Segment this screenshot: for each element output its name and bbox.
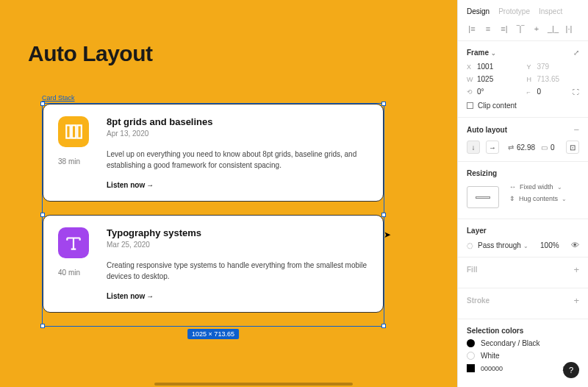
card-description: Creating responsive type systems to hand…: [107, 260, 368, 282]
tab-inspect[interactable]: Inspect: [539, 7, 562, 15]
resize-handle-mr[interactable]: [381, 213, 386, 217]
align-vcenter-icon[interactable]: +: [531, 24, 542, 33]
dimensions-badge: 1025 × 713.65: [187, 329, 239, 339]
fill-section: Fill +: [458, 257, 588, 288]
card-date: Apr 13, 2020: [107, 129, 368, 138]
design-canvas[interactable]: Auto Layout Card Stack 38 min 8pt grids …: [0, 0, 457, 387]
auto-layout-section: Auto layout − ↓ → ⇄62.98 ▭0 ⊡: [458, 117, 588, 161]
columns-icon: [64, 122, 83, 141]
arrow-h-icon: ↔: [509, 183, 516, 191]
alignment-settings-button[interactable]: ⊡: [566, 141, 579, 154]
w-label: W: [467, 76, 474, 83]
hug-v-icon: ⇕: [509, 195, 515, 202]
tab-prototype[interactable]: Prototype: [498, 7, 530, 15]
radius-input[interactable]: 0: [537, 88, 542, 96]
spacing-input[interactable]: 62.98: [517, 143, 535, 152]
y-input[interactable]: 379: [537, 63, 550, 71]
horizontal-resizing-select[interactable]: ↔Fixed width⌄: [509, 183, 567, 191]
resize-handle-tl[interactable]: [40, 102, 45, 106]
visibility-toggle-icon[interactable]: 👁: [571, 241, 579, 249]
distribute-icon[interactable]: |·|: [564, 24, 574, 33]
direction-horizontal-button[interactable]: →: [486, 141, 499, 154]
w-input[interactable]: 1025: [477, 75, 493, 83]
frame-section-title[interactable]: Frame ⌄: [467, 49, 496, 57]
svg-rect-0: [66, 125, 70, 138]
h-input[interactable]: 713.65: [537, 75, 560, 83]
arrow-right-icon: →: [146, 292, 154, 300]
stroke-title: Stroke: [467, 297, 490, 305]
x-input[interactable]: 1001: [477, 63, 493, 71]
padding-icon: ▭: [541, 143, 548, 152]
independent-corners-icon[interactable]: ⛶: [573, 88, 579, 96]
checkbox-icon: [467, 102, 473, 109]
spacing-icon: ⇄: [508, 143, 514, 152]
listen-link[interactable]: Listen now→: [107, 292, 368, 300]
auto-layout-title: Auto layout: [467, 126, 507, 134]
card[interactable]: 40 min Typography systems Mar 25, 2020 C…: [43, 215, 384, 313]
arrow-right-icon: →: [146, 181, 154, 189]
card-duration: 40 min: [58, 269, 80, 277]
y-label: Y: [527, 63, 534, 71]
selected-frame[interactable]: 38 min 8pt grids and baselines Apr 13, 2…: [42, 103, 384, 327]
help-button[interactable]: ?: [563, 362, 579, 378]
color-hex: 000000: [481, 365, 503, 372]
color-swatch-white: [467, 352, 475, 360]
resize-handle-ml[interactable]: [40, 213, 45, 217]
resize-handle-tr[interactable]: [381, 102, 386, 106]
align-left-icon[interactable]: |≡: [467, 24, 477, 33]
resize-handle-bl[interactable]: [40, 324, 45, 328]
chevron-down-icon: ⌄: [523, 243, 528, 249]
resizing-section: Resizing ↔Fixed width⌄ ⇕Hug contents⌄: [458, 161, 588, 219]
color-name: Secondary / Black: [481, 339, 540, 347]
frame-section: Frame ⌄ ⤢ X1001 Y379 W1025 H713.65 ⟲0° ⌐…: [458, 40, 588, 117]
card-thumb: [58, 227, 89, 258]
opacity-input[interactable]: 100%: [540, 241, 559, 249]
add-fill-button[interactable]: +: [573, 265, 579, 274]
card[interactable]: 38 min 8pt grids and baselines Apr 13, 2…: [43, 104, 384, 202]
fit-frame-icon[interactable]: ⤢: [573, 49, 579, 57]
direction-vertical-button[interactable]: ↓: [467, 141, 480, 154]
frame-label[interactable]: Card Stack: [42, 94, 75, 102]
x-label: X: [467, 63, 474, 71]
vertical-resizing-select[interactable]: ⇕Hug contents⌄: [509, 195, 567, 202]
selection-color-hex-row[interactable]: 000000 100%: [467, 364, 579, 372]
color-name: White: [481, 352, 500, 360]
align-bottom-icon[interactable]: _|_: [548, 24, 558, 33]
align-hcenter-icon[interactable]: ≡: [483, 24, 493, 33]
selection-color-row[interactable]: Secondary / Black: [467, 339, 579, 347]
resize-handle-br[interactable]: [381, 324, 386, 328]
clip-content-label: Clip content: [478, 102, 517, 110]
clip-content-toggle[interactable]: Clip content: [467, 102, 579, 110]
chevron-down-icon: ⌄: [562, 196, 567, 202]
card-duration: 38 min: [58, 157, 80, 166]
card-title: 8pt grids and baselines: [107, 116, 368, 127]
layer-section: Layer ◌ Pass through ⌄ 100% 👁: [458, 219, 588, 257]
rotation-label: ⟲: [467, 88, 474, 96]
blend-mode-select[interactable]: Pass through ⌄: [478, 241, 528, 249]
rotation-input[interactable]: 0°: [477, 88, 484, 96]
selection-color-row[interactable]: White: [467, 352, 579, 360]
card-thumb: [58, 116, 89, 147]
horizontal-scrollbar[interactable]: [154, 383, 353, 386]
color-swatch-square: [467, 364, 475, 372]
properties-panel: Design Prototype Inspect |≡ ≡ ≡| ‾|‾ + _…: [457, 0, 588, 387]
panel-tabs: Design Prototype Inspect: [458, 0, 588, 21]
resizing-title: Resizing: [467, 169, 579, 177]
blend-icon: ◌: [467, 241, 473, 249]
listen-link[interactable]: Listen now→: [107, 181, 368, 189]
card-date: Mar 25, 2020: [107, 241, 368, 249]
layer-title: Layer: [467, 227, 579, 235]
tab-design[interactable]: Design: [467, 7, 490, 15]
chevron-down-icon: ⌄: [491, 50, 496, 57]
canvas-heading: Auto Layout: [28, 41, 152, 66]
remove-auto-layout-icon[interactable]: −: [573, 125, 579, 135]
padding-input[interactable]: 0: [551, 143, 555, 152]
resizing-preview[interactable]: [467, 186, 499, 208]
align-top-icon[interactable]: ‾|‾: [515, 24, 526, 33]
card-description: Level up on everything you need to know …: [107, 149, 368, 171]
cursor-icon: ➤: [384, 230, 391, 240]
selection-colors-title: Selection colors: [467, 327, 579, 335]
svg-rect-2: [77, 125, 81, 138]
add-stroke-button[interactable]: +: [573, 296, 579, 305]
align-right-icon[interactable]: ≡|: [499, 24, 509, 33]
